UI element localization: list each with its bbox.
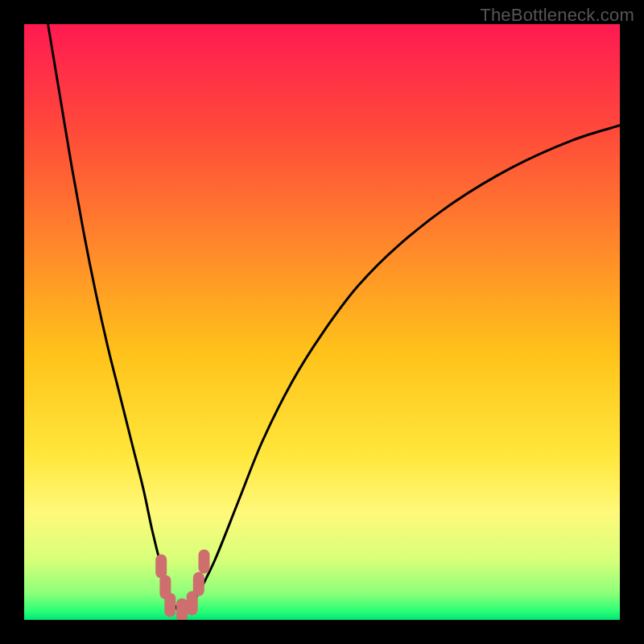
- curve-marker: [155, 554, 167, 578]
- curve-marker: [198, 549, 209, 573]
- curve-layer: [24, 24, 620, 620]
- watermark-text: TheBottleneck.com: [480, 5, 634, 26]
- marker-group: [155, 549, 209, 620]
- plot-area: [24, 24, 620, 620]
- curve-marker: [176, 598, 188, 620]
- curve-marker: [164, 593, 175, 617]
- chart-frame: TheBottleneck.com: [0, 0, 644, 644]
- curve-marker: [193, 572, 204, 597]
- bottleneck-curve: [48, 24, 620, 613]
